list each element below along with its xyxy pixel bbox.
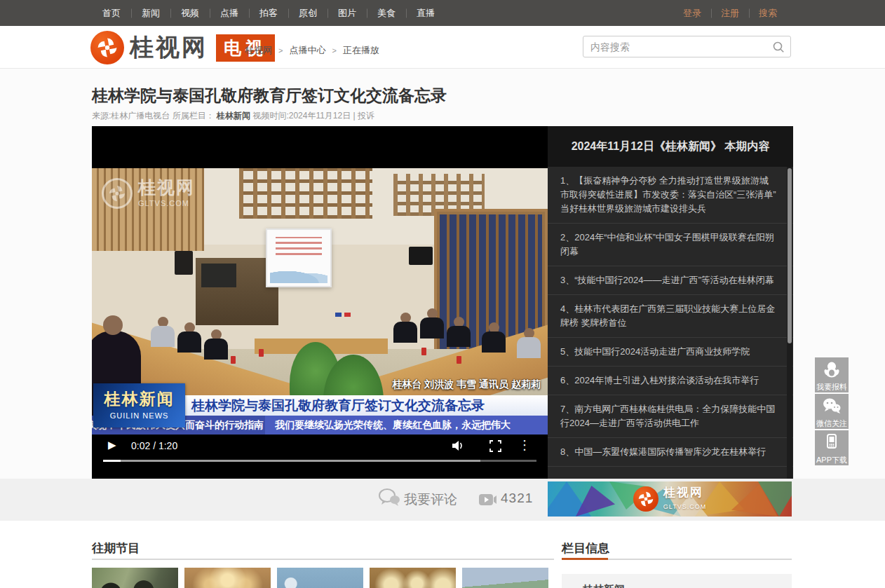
action-strip: 我要评论 4321 <box>0 479 885 521</box>
wechat-follow-label: 微信关注 <box>815 418 849 429</box>
breadcrumb-vod-center[interactable]: 点播中心 <box>289 44 325 57</box>
playlist-item[interactable]: 3、“技能中国行2024——走进广西”等活动在桂林闭幕 <box>548 266 793 295</box>
scene-flag <box>335 313 342 317</box>
banner-logo-text: 桂视网 <box>663 486 703 499</box>
scene-flag <box>344 313 351 317</box>
banner-logo: 桂视网 GLTVS.COM <box>548 481 792 517</box>
bottom-sections: 往期节目 栏目信息 桂林新闻 <box>0 521 885 588</box>
banner-pinwheel-icon <box>633 486 658 512</box>
scene-person <box>447 317 471 347</box>
nav-live[interactable]: 直播 <box>406 7 445 20</box>
report-tip-button[interactable]: 我要报料 <box>815 357 849 392</box>
episode-thumbnail[interactable] <box>462 568 548 588</box>
past-episodes-thumbnails <box>92 568 548 588</box>
mobile-phone-icon <box>825 441 839 453</box>
more-options-icon[interactable]: ⋮ <box>518 437 531 453</box>
episode-thumbnail[interactable] <box>184 568 271 588</box>
breadcrumb-separator: > <box>278 46 283 55</box>
progress-buffered <box>103 460 480 462</box>
search-link[interactable]: 搜索 <box>749 7 787 20</box>
logo-pinwheel-icon <box>90 31 124 64</box>
video-caption-title: 桂林学院与泰国孔敬府教育厅签订文化交流备忘录 <box>185 395 548 416</box>
badge-subtitle: GUILIN NEWS <box>93 411 185 420</box>
search-input[interactable] <box>590 36 766 57</box>
play-button[interactable]: ▶ <box>108 439 116 451</box>
floating-toolbar: 我要报料 微信关注 APP下载 <box>815 357 849 467</box>
volume-icon[interactable] <box>451 439 465 455</box>
scene-cup <box>259 349 264 357</box>
badge-title: 桂林新闻 <box>93 388 185 410</box>
nav-food[interactable]: 美食 <box>367 7 406 20</box>
scene-person <box>482 322 506 353</box>
page-title: 桂林学院与泰国孔敬府教育厅签订文化交流备忘录 <box>92 85 447 107</box>
reporter-credits: 桂林台 刘洪波 韦雪 通讯员 赵莉莉 <box>392 378 541 391</box>
watermark-subtext: GLTVS.COM <box>138 199 189 207</box>
breadcrumb-now-playing: 正在播放 <box>343 44 379 57</box>
meta-column-link[interactable]: 桂林新闻 <box>217 111 250 121</box>
nav-video[interactable]: 视频 <box>170 7 210 20</box>
breadcrumb-separator: > <box>332 46 336 55</box>
episode-thumbnail[interactable] <box>277 568 363 588</box>
scrollbar-thumb[interactable] <box>788 168 792 343</box>
top-bar: 首页 新闻 视频 点播 拍客 原创 图片 美食 直播 登录 注册 搜索 <box>0 0 885 26</box>
playlist-scrollbar[interactable] <box>787 167 792 479</box>
section-divider <box>92 559 554 560</box>
playlist-item[interactable]: 6、2024年博士引进入桂对接洽谈活动在我市举行 <box>548 367 793 395</box>
register-link[interactable]: 注册 <box>711 7 749 20</box>
site-header: 桂视网 电视 桂视网 > 点播中心 > 正在播放 <box>0 26 885 69</box>
report-link[interactable]: 投诉 <box>358 111 374 121</box>
video-controls: ▶ 0:02 / 1:20 ⋮ <box>92 435 548 479</box>
nav-paike[interactable]: 拍客 <box>249 7 288 20</box>
progress-bar[interactable] <box>103 460 536 462</box>
comment-icon[interactable] <box>378 488 400 510</box>
nav-home[interactable]: 首页 <box>92 7 131 20</box>
nav-vod[interactable]: 点播 <box>210 7 249 20</box>
column-name[interactable]: 桂林新闻 <box>583 583 625 588</box>
wechat-icon <box>822 404 842 416</box>
nav-original[interactable]: 原创 <box>288 7 327 20</box>
scene-person <box>177 322 201 353</box>
scene-speaker <box>409 247 433 265</box>
playlist-item[interactable]: 4、桂林市代表团在广西第三届职业技能大赛上位居金牌榜 奖牌榜首位 <box>548 295 793 338</box>
views-count: 4321 <box>501 491 533 506</box>
breadcrumb-home[interactable]: 桂视网 <box>245 44 272 57</box>
station-watermark: 桂视网 GLTVS.COM <box>102 178 195 209</box>
playlist-item[interactable]: 5、技能中国行2024活动走进广西商业技师学院 <box>548 338 793 367</box>
fullscreen-icon[interactable] <box>489 440 501 455</box>
scene-speaker <box>175 251 193 275</box>
scene-person <box>393 313 417 343</box>
nav-pictures[interactable]: 图片 <box>327 7 367 20</box>
episode-thumbnail[interactable] <box>370 568 456 588</box>
app-download-label: APP下载 <box>815 455 849 465</box>
scene-cup <box>231 356 236 364</box>
scene-person <box>151 317 175 347</box>
meta-separator: | <box>353 111 356 121</box>
content-search <box>583 36 791 57</box>
playlist-item[interactable]: 2、2024年“中信和业杯”中国女子围棋甲级联赛在阳朔闭幕 <box>548 224 793 266</box>
watermark-text: 桂视网 <box>138 177 195 197</box>
playlist-header: 2024年11月12日《桂林新闻》 本期内容 <box>548 126 793 167</box>
playlist-item[interactable]: 1、【振奋精神争分夺秒 全力推动打造世界级旅游城市取得突破性进展】市发改委：落实… <box>548 167 793 224</box>
playlist-item[interactable]: 7、南方电网广西桂林临桂供电局：全力保障技能中国行2024—走进广西等活动供电工… <box>548 395 793 438</box>
meta-column-label: 所属栏目： <box>173 111 215 121</box>
watermark-pinwheel-icon <box>102 178 133 209</box>
app-download-button[interactable]: APP下载 <box>815 430 849 465</box>
column-info-box: 桂林新闻 <box>562 574 792 588</box>
meta-time: 视频时间:2024年11月12日 <box>252 111 351 121</box>
login-link[interactable]: 登录 <box>673 7 711 20</box>
wechat-follow-button[interactable]: 微信关注 <box>815 394 849 429</box>
top-account-links: 登录 注册 搜索 <box>673 0 787 26</box>
news-program-badge: 桂林新闻 GUILIN NEWS <box>93 383 185 428</box>
top-navigation: 首页 新闻 视频 点播 拍客 原创 图片 美食 直播 <box>92 0 445 26</box>
video-player[interactable]: 桂视网 GLTVS.COM 桂林台 刘洪波 韦雪 通讯员 赵莉莉 桂林新闻 GU… <box>92 126 548 479</box>
nav-news[interactable]: 新闻 <box>131 7 170 20</box>
search-icon[interactable] <box>772 41 785 56</box>
promo-banner[interactable]: 桂视网 GLTVS.COM <box>548 481 792 517</box>
column-info-title: 栏目信息 <box>562 540 609 556</box>
report-tip-label: 我要报料 <box>815 382 849 392</box>
past-episodes-title: 往期节目 <box>92 540 140 556</box>
episode-thumbnail[interactable] <box>92 568 178 588</box>
playlist-item[interactable]: 8、中国—东盟传媒港国际传播智库沙龙在桂林举行 <box>548 438 793 467</box>
comment-button[interactable]: 我要评论 <box>404 491 457 509</box>
progress-played <box>103 460 121 462</box>
